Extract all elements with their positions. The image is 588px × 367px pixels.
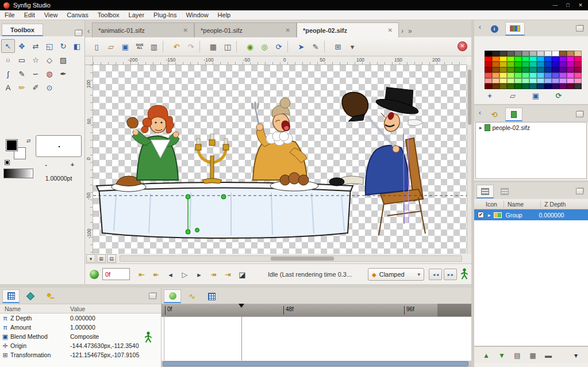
- palette-swatch[interactable]: [514, 72, 522, 78]
- column-header[interactable]: Name: [0, 305, 70, 312]
- tab-info[interactable]: i: [486, 22, 503, 36]
- palette-swatch[interactable]: [485, 67, 492, 73]
- palette-swatch[interactable]: [492, 67, 499, 73]
- draw-tool[interactable]: ✎: [15, 67, 29, 81]
- tab-library[interactable]: [41, 289, 59, 303]
- panel-drag-handle[interactable]: [576, 188, 583, 194]
- timetrack-hscrollbar[interactable]: [162, 361, 471, 367]
- palette-swatch[interactable]: [522, 56, 529, 62]
- canvas-viewport[interactable]: [93, 65, 467, 254]
- new-group-button[interactable]: ▦: [526, 349, 539, 362]
- palette-swatch[interactable]: [544, 83, 552, 89]
- palette-swatch[interactable]: [529, 51, 537, 56]
- palette-swatch[interactable]: [574, 72, 582, 78]
- mirror-tool[interactable]: ⇄: [29, 39, 43, 53]
- prev-keyframe-button[interactable]: ↞: [149, 268, 163, 281]
- mask-vertex-ducks[interactable]: ✎: [309, 40, 322, 53]
- palette-swatch[interactable]: [559, 72, 567, 78]
- menu-item[interactable]: Plug-Ins: [149, 11, 181, 19]
- revert-document-button[interactable]: ▥: [147, 40, 161, 53]
- next-frame-button[interactable]: ▸: [192, 268, 206, 281]
- panel-drag-handle[interactable]: [576, 25, 583, 32]
- foreground-color-swatch[interactable]: [6, 139, 18, 151]
- palette-swatch[interactable]: [552, 62, 559, 67]
- param-row[interactable]: ✛ Origin -144.473630px,-112.3540: [0, 341, 161, 350]
- increase-brush-button[interactable]: +: [67, 161, 78, 168]
- tree-item[interactable]: ▸ people-02.sifz: [476, 123, 586, 133]
- palette-swatch[interactable]: [522, 83, 529, 89]
- palette-swatch[interactable]: [485, 78, 492, 84]
- background-render-toggle[interactable]: ◎: [258, 40, 271, 53]
- brush-preview[interactable]: [36, 135, 82, 157]
- canvas-window-menu[interactable]: ▾: [86, 254, 95, 263]
- circle-tool[interactable]: ○: [1, 53, 15, 67]
- palette-swatch[interactable]: [492, 78, 499, 84]
- save-document-button[interactable]: ▣: [118, 40, 132, 53]
- param-row[interactable]: ⊞ Transformation -121.154675px,-107.9105: [0, 350, 161, 360]
- refresh-palette-button[interactable]: ⟳: [552, 90, 565, 101]
- scrollbar-thumb[interactable]: [163, 361, 468, 366]
- time-bounds-button[interactable]: ◪: [235, 268, 249, 281]
- palette-swatch[interactable]: [544, 67, 552, 73]
- close-button[interactable]: ✕: [577, 2, 585, 8]
- expander-icon[interactable]: ▸: [479, 125, 482, 131]
- palette-swatch[interactable]: [529, 56, 537, 62]
- render-options-button[interactable]: ▦: [206, 40, 220, 53]
- layer-row-selected[interactable]: ✔ ▸ Group 0.000000: [474, 209, 588, 220]
- palette-swatch[interactable]: [529, 67, 537, 73]
- tabs-scroll-right-icon[interactable]: ›: [399, 27, 406, 37]
- onion-skin-toggle[interactable]: ◉: [243, 40, 257, 53]
- palette-swatch[interactable]: [559, 62, 567, 67]
- palette-swatch[interactable]: [522, 67, 529, 73]
- swap-colors-icon[interactable]: ⇄: [26, 138, 31, 144]
- palette-swatch[interactable]: [552, 78, 559, 84]
- palette-swatch[interactable]: [499, 83, 507, 89]
- next-keyframe-button[interactable]: ↠: [206, 268, 221, 281]
- time-cursor[interactable]: [239, 304, 244, 308]
- palette-swatch[interactable]: [514, 67, 522, 73]
- layers-menu-button[interactable]: ▾: [570, 349, 582, 362]
- palette-swatch[interactable]: [499, 62, 507, 67]
- tab-sets[interactable]: [496, 185, 513, 198]
- raise-layer-button[interactable]: ▲: [480, 349, 493, 362]
- palette-swatch[interactable]: [552, 67, 559, 73]
- tab-keyframes[interactable]: [22, 289, 39, 303]
- palette-swatch[interactable]: [574, 83, 582, 89]
- open-document-button[interactable]: ▱: [104, 40, 118, 53]
- layers-list[interactable]: [474, 220, 588, 346]
- menu-item[interactable]: Toolbox: [93, 11, 124, 19]
- text-tool[interactable]: A: [1, 81, 15, 94]
- past-onion-button[interactable]: ◄◄: [429, 269, 442, 280]
- palette-swatch[interactable]: [574, 62, 582, 67]
- menu-item[interactable]: View: [40, 11, 63, 19]
- timebar[interactable]: 0f 48f 96f: [162, 304, 471, 316]
- tab-curves[interactable]: ∿: [183, 289, 201, 303]
- mask-position-ducks[interactable]: ➤: [294, 40, 308, 53]
- redo-button[interactable]: ↷: [184, 40, 198, 53]
- menu-item[interactable]: Layer: [124, 11, 149, 19]
- animate-mode-toggle[interactable]: [460, 268, 468, 281]
- palette-swatch[interactable]: [529, 78, 537, 84]
- keyframe-lock-icon[interactable]: [90, 270, 99, 279]
- palette-swatch[interactable]: [559, 51, 567, 56]
- interpolation-combo[interactable]: ◆ Clamped ▾: [368, 268, 424, 281]
- palette-swatch[interactable]: [552, 83, 559, 89]
- reset-colors-icon[interactable]: [5, 160, 10, 165]
- palette-swatch[interactable]: [499, 72, 507, 78]
- zoom-tool[interactable]: ⊙: [43, 81, 56, 94]
- gradient-tool[interactable]: ▨: [56, 53, 70, 67]
- param-row[interactable]: π Amount 1.000000: [0, 323, 161, 332]
- seek-begin-button[interactable]: ⇤: [134, 268, 149, 281]
- palette-swatch[interactable]: [514, 83, 522, 89]
- eyedrop-tool[interactable]: ✒: [56, 67, 70, 81]
- close-tab-icon[interactable]: ✕: [183, 27, 188, 33]
- scale-tool[interactable]: ◱: [43, 39, 56, 53]
- palette-swatch[interactable]: [507, 51, 514, 56]
- param-value[interactable]: -121.154675px,-107.9105: [70, 351, 161, 358]
- prev-frame-button[interactable]: ◂: [163, 268, 178, 281]
- palette-swatch[interactable]: [574, 56, 582, 62]
- palette-swatch[interactable]: [499, 67, 507, 73]
- save-all-button[interactable]: SAVE ALL: [133, 40, 147, 53]
- column-header[interactable]: Icon: [474, 201, 504, 208]
- palette-swatch[interactable]: [559, 83, 567, 89]
